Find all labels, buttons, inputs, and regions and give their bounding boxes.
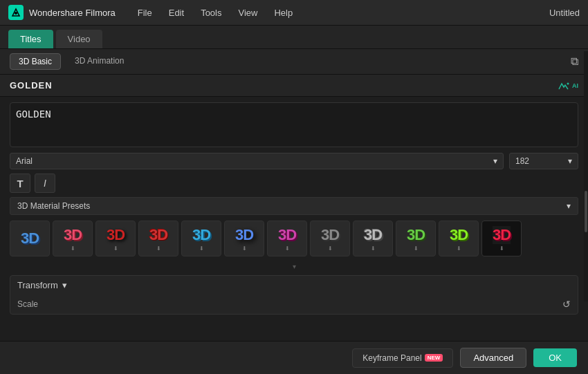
sub-tab-3d-basic[interactable]: 3D Basic — [10, 53, 61, 70]
ok-button[interactable]: OK — [533, 348, 577, 367]
preset-11[interactable]: 3D ⬇ — [481, 221, 522, 256]
sub-tabs: 3D Basic 3D Animation ⧉ — [0, 49, 588, 75]
menu-tools[interactable]: Tools — [198, 6, 224, 19]
preset-5[interactable]: 3D ⬇ — [224, 221, 264, 256]
preset-6[interactable]: 3D ⬇ — [267, 221, 307, 256]
section-title: GOLDEN — [10, 80, 53, 91]
menu-help[interactable]: Help — [271, 6, 295, 19]
app-logo — [8, 5, 24, 20]
font-controls: Arial 182 — [10, 153, 578, 169]
presets-grid: 3D 3D ⬇ 3D ⬇ 3D ⬇ 3D ⬇ 3D ⬇ 3D ⬇ 3D ⬇ — [10, 218, 578, 259]
keyframe-label: Keyframe Panel — [362, 353, 421, 363]
font-size-select[interactable]: 182 — [509, 153, 578, 169]
new-badge: NEW — [425, 354, 443, 362]
preset-2[interactable]: 3D ⬇ — [95, 221, 136, 256]
preset-8[interactable]: 3D ⬇ — [353, 221, 393, 256]
bottom-bar: Keyframe Panel NEW Advanced OK — [0, 341, 588, 374]
preset-0[interactable]: 3D — [10, 221, 50, 256]
transform-header[interactable]: Transform — [10, 276, 578, 294]
copy-icon[interactable]: ⧉ — [571, 55, 578, 68]
text-style-row: T I — [10, 174, 578, 193]
advanced-button[interactable]: Advanced — [460, 348, 526, 368]
font-family-chevron — [493, 156, 497, 166]
svg-point-1 — [15, 12, 17, 15]
scale-label: Scale — [17, 299, 38, 309]
preset-7[interactable]: 3D ⬇ — [310, 221, 350, 256]
font-size-chevron — [568, 156, 572, 166]
sub-tabs-left: 3D Basic 3D Animation — [10, 53, 132, 70]
transform-section: Transform Scale ↺ — [10, 275, 578, 315]
text-input-field[interactable]: GOLDEN — [16, 109, 572, 141]
scroll-indicator: ▾ — [0, 261, 588, 271]
menu-file[interactable]: File — [135, 6, 155, 19]
window-title: Untitled — [549, 8, 580, 18]
scrollbar-thumb — [585, 191, 587, 232]
presets-chevron — [567, 201, 571, 211]
content-area: Titles Video 3D Basic 3D Animation ⧉ GOL… — [0, 26, 588, 341]
titlebar-left: Wondershare Filmora File Edit Tools View… — [8, 5, 295, 20]
preset-4[interactable]: 3D ⬇ — [181, 221, 221, 256]
right-scrollbar[interactable] — [584, 51, 588, 301]
preset-10[interactable]: 3D ⬇ — [439, 221, 479, 256]
scale-reset-button[interactable]: ↺ — [562, 299, 571, 310]
preset-1[interactable]: 3D ⬇ — [53, 221, 93, 256]
presets-label: 3D Material Presets — [17, 201, 90, 211]
tabs-bar: Titles Video — [0, 26, 588, 49]
keyframe-panel-button[interactable]: Keyframe Panel NEW — [352, 348, 453, 368]
ai-icon[interactable]: AI — [558, 81, 578, 91]
menu-view[interactable]: View — [235, 6, 260, 19]
svg-point-2 — [567, 82, 569, 84]
text-input-area[interactable]: GOLDEN — [10, 102, 578, 147]
transform-label: Transform — [17, 280, 58, 290]
menu-bar: File Edit Tools View Help — [135, 6, 295, 19]
presets-header[interactable]: 3D Material Presets — [10, 197, 578, 215]
scale-row: Scale ↺ — [10, 294, 578, 314]
bold-button[interactable]: T — [10, 174, 30, 193]
preset-9[interactable]: 3D ⬇ — [396, 221, 436, 256]
italic-button[interactable]: I — [35, 174, 55, 193]
app-name: Wondershare Filmora — [29, 8, 116, 18]
font-family-select[interactable]: Arial — [10, 153, 504, 169]
sub-tab-3d-animation[interactable]: 3D Animation — [66, 53, 132, 70]
tab-titles[interactable]: Titles — [8, 30, 53, 48]
section-header: GOLDEN AI — [0, 75, 588, 97]
tab-video[interactable]: Video — [56, 30, 102, 48]
titlebar: Wondershare Filmora File Edit Tools View… — [0, 0, 588, 26]
transform-chevron — [62, 280, 67, 290]
preset-3[interactable]: 3D ⬇ — [138, 221, 178, 256]
menu-edit[interactable]: Edit — [166, 6, 187, 19]
